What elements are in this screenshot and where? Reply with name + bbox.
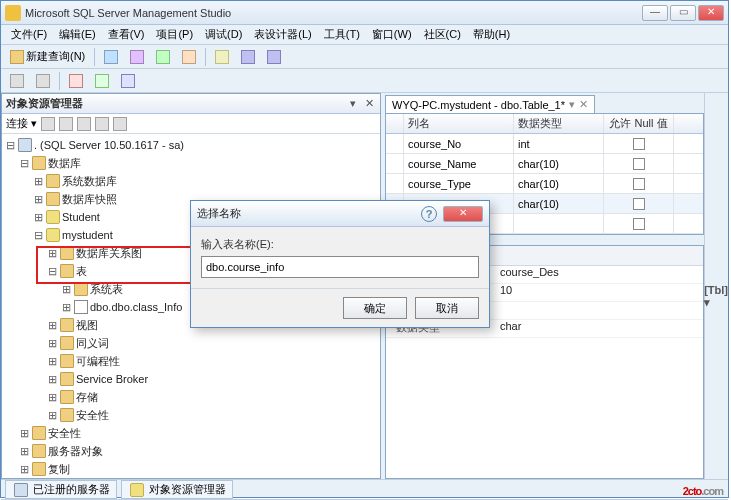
table-name-input[interactable] [201,256,479,278]
expand-icon[interactable]: ⊟ [18,157,30,170]
tree-service-broker[interactable]: ⊞Service Broker [2,370,380,388]
cell-type[interactable]: char(10) [514,194,604,213]
cell-null[interactable] [604,174,674,193]
expand-icon[interactable]: ⊞ [46,355,58,368]
tool-sec-2[interactable] [31,71,55,91]
tree-synonyms[interactable]: ⊞同义词 [2,334,380,352]
expand-icon[interactable]: ⊟ [46,265,58,278]
dialog-close-button[interactable]: ✕ [443,206,483,222]
menu-window[interactable]: 窗口(W) [366,25,418,44]
tree-storage[interactable]: ⊞存储 [2,388,380,406]
prop-value[interactable]: course_Des [496,266,703,283]
prop-value[interactable]: 10 [496,284,703,301]
panel-close-button[interactable]: ✕ [362,97,376,111]
tree-server-objects[interactable]: ⊞服务器对象 [2,442,380,460]
new-query-button[interactable]: 新建查询(N) [5,46,90,67]
expand-icon[interactable]: ⊟ [4,139,16,152]
checkbox-icon[interactable] [633,158,645,170]
row-selector[interactable] [386,174,404,193]
properties-rail[interactable]: [Tbl] ▾ [704,93,728,479]
save-button[interactable] [236,47,260,67]
menu-community[interactable]: 社区(C) [418,25,467,44]
tool-sec-1[interactable] [5,71,29,91]
tool-btn-1[interactable] [99,47,123,67]
help-icon[interactable]: ? [421,206,437,222]
filter-icon[interactable] [113,117,127,131]
maximize-button[interactable]: ▭ [670,5,696,21]
tool-sec-5[interactable] [116,71,140,91]
tree-sys-db[interactable]: ⊞系统数据库 [2,172,380,190]
pin-button[interactable]: ▾ [346,97,360,111]
expand-icon[interactable]: ⊞ [46,409,58,422]
expand-icon[interactable]: ⊞ [18,463,30,476]
header-allow-null[interactable]: 允许 Null 值 [604,114,674,133]
rail-title[interactable]: [Tbl] ▾ [704,284,728,309]
tool-sec-3[interactable] [64,71,88,91]
grid-row[interactable]: course_No int [386,134,703,154]
expand-icon[interactable]: ⊞ [46,337,58,350]
tool-btn-2[interactable] [125,47,149,67]
checkbox-icon[interactable] [633,218,645,230]
cell-type[interactable]: char(10) [514,154,604,173]
cell-null[interactable] [604,134,674,153]
expand-icon[interactable]: ⊞ [32,175,44,188]
cell-name[interactable]: course_Type [404,174,514,193]
expand-icon[interactable]: ⊞ [46,373,58,386]
save-all-button[interactable] [262,47,286,67]
tab-dropdown-icon[interactable]: ▾ [569,98,575,111]
cell-null[interactable] [604,194,674,213]
grid-row[interactable]: course_Name char(10) [386,154,703,174]
grid-row[interactable]: course_Type char(10) [386,174,703,194]
tool-sec-4[interactable] [90,71,114,91]
tab-object-explorer[interactable]: 对象资源管理器 [121,480,233,499]
tree-server-root[interactable]: ⊟. (SQL Server 10.50.1617 - sa) [2,136,380,154]
menu-view[interactable]: 查看(V) [102,25,151,44]
menu-edit[interactable]: 编辑(E) [53,25,102,44]
tree-programmability[interactable]: ⊞可编程性 [2,352,380,370]
row-selector[interactable] [386,154,404,173]
tab-table-designer[interactable]: WYQ-PC.mystudent - dbo.Table_1* ▾ ✕ [385,95,595,113]
cell-type[interactable]: char(10) [514,174,604,193]
cancel-button[interactable]: 取消 [415,297,479,319]
close-button[interactable]: ✕ [698,5,724,21]
cell-null[interactable] [604,214,674,233]
cell-name[interactable]: course_Name [404,154,514,173]
expand-icon[interactable]: ⊞ [18,445,30,458]
tool-btn-4[interactable] [177,47,201,67]
expand-icon[interactable]: ⊞ [60,301,72,314]
checkbox-icon[interactable] [633,138,645,150]
checkbox-icon[interactable] [633,198,645,210]
menu-file[interactable]: 文件(F) [5,25,53,44]
menu-project[interactable]: 项目(P) [150,25,199,44]
prop-value[interactable] [496,302,703,319]
expand-icon[interactable]: ⊞ [46,319,58,332]
tree-databases[interactable]: ⊟数据库 [2,154,380,172]
checkbox-icon[interactable] [633,178,645,190]
prop-value[interactable]: char [496,320,703,337]
tree-security[interactable]: ⊞安全性 [2,424,380,442]
minimize-button[interactable]: — [642,5,668,21]
connect-icon[interactable] [41,117,55,131]
tab-registered-servers[interactable]: 已注册的服务器 [5,480,117,499]
ok-button[interactable]: 确定 [343,297,407,319]
menu-tools[interactable]: 工具(T) [318,25,366,44]
tree-security-db[interactable]: ⊞安全性 [2,406,380,424]
open-button[interactable] [210,47,234,67]
stop-icon[interactable] [77,117,91,131]
expand-icon[interactable]: ⊞ [46,247,58,260]
header-column-name[interactable]: 列名 [404,114,514,133]
tab-close-icon[interactable]: ✕ [579,98,588,111]
expand-icon[interactable]: ⊞ [18,427,30,440]
menu-help[interactable]: 帮助(H) [467,25,516,44]
expand-icon[interactable]: ⊟ [32,229,44,242]
cell-name[interactable]: course_No [404,134,514,153]
refresh-icon[interactable] [95,117,109,131]
expand-icon[interactable]: ⊞ [32,211,44,224]
cell-null[interactable] [604,154,674,173]
row-selector[interactable] [386,134,404,153]
expand-icon[interactable]: ⊞ [32,193,44,206]
cell-type[interactable] [514,214,604,233]
header-data-type[interactable]: 数据类型 [514,114,604,133]
connect-dropdown[interactable]: 连接 ▾ [6,116,37,131]
expand-icon[interactable]: ⊞ [60,283,72,296]
